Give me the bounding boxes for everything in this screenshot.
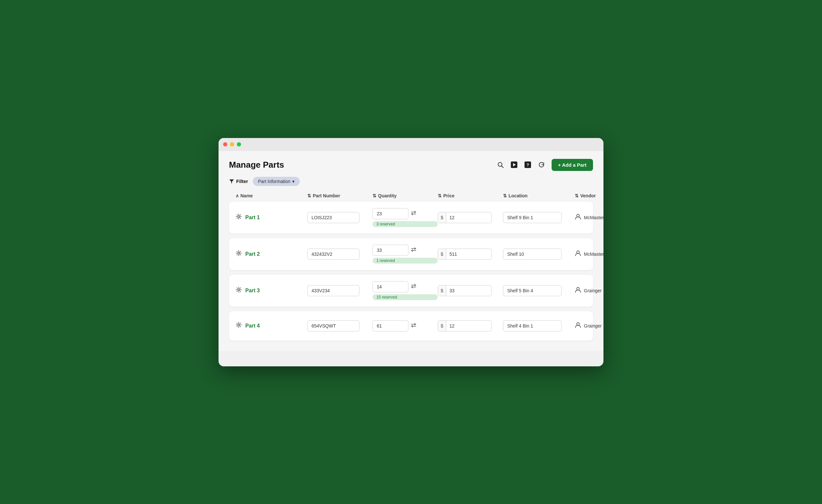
sort-icon: ⇅ [438, 193, 442, 198]
price-input[interactable] [446, 249, 482, 260]
svg-point-8 [577, 214, 579, 217]
part-name: Part 4 [245, 323, 260, 329]
part-number-input[interactable] [307, 320, 360, 332]
price-prefix: $ [438, 212, 446, 223]
col-name[interactable]: ∧ Name [236, 193, 307, 198]
quantity-cell: 1 reserved [373, 244, 438, 264]
vendor-cell: McMaster [575, 250, 603, 258]
refresh-icon[interactable] [536, 160, 546, 170]
price-prefix: $ [438, 249, 446, 260]
page-content: Manage Parts [219, 151, 603, 351]
close-button[interactable] [223, 142, 228, 146]
quantity-input[interactable] [373, 320, 408, 332]
svg-point-9 [238, 252, 240, 254]
price-input[interactable] [446, 321, 482, 331]
part-number-cell [307, 212, 373, 223]
maximize-button[interactable] [237, 142, 241, 146]
table-row: Part 3 15 reserved $ [229, 275, 593, 307]
sort-icon: ⇅ [307, 193, 311, 198]
part-name-cell: Part 4 [236, 322, 307, 330]
top-bar: Manage Parts [229, 159, 593, 171]
search-icon[interactable] [495, 160, 505, 170]
part-name: Part 2 [245, 251, 260, 257]
svg-point-11 [238, 289, 240, 291]
part-number-cell [307, 285, 373, 296]
sort-icon: ⇅ [503, 193, 507, 198]
svg-text:?: ? [526, 162, 529, 167]
qty-row [373, 281, 438, 292]
qty-row [373, 208, 438, 219]
qty-row [373, 244, 438, 256]
part-number-input[interactable] [307, 285, 360, 296]
location-input[interactable] [503, 212, 562, 223]
svg-point-7 [238, 215, 240, 217]
gear-icon[interactable] [236, 213, 242, 221]
col-quantity[interactable]: ⇅ Quantity [373, 193, 438, 198]
location-input[interactable] [503, 320, 562, 332]
part-name-cell: Part 1 [236, 213, 307, 221]
vendor-name: McMaster [584, 251, 603, 257]
titlebar [219, 138, 603, 151]
filter-bar: Filter Part Information ▾ [229, 177, 593, 186]
filter-badge[interactable]: Part Information ▾ [253, 177, 300, 186]
filter-label[interactable]: Filter [229, 178, 248, 184]
col-location[interactable]: ⇅ Location [503, 193, 575, 198]
price-input[interactable] [446, 212, 482, 223]
add-part-button[interactable]: + Add a Part [551, 159, 593, 171]
part-name-cell: Part 2 [236, 250, 307, 258]
location-input[interactable] [503, 248, 562, 260]
part-name: Part 1 [245, 215, 260, 220]
vendor-cell: Grainger [575, 322, 603, 330]
reserved-badge: 1 reserved [373, 258, 438, 264]
price-cell: $ [438, 285, 503, 296]
sort-icon: ⇅ [373, 193, 376, 198]
transfer-icon[interactable] [411, 323, 416, 329]
location-input[interactable] [503, 285, 562, 296]
col-vendor[interactable]: ⇅ Vendor [575, 193, 603, 198]
part-number-input[interactable] [307, 212, 360, 223]
quantity-input[interactable] [373, 244, 408, 256]
price-input[interactable] [446, 286, 482, 296]
part-number-cell [307, 320, 373, 332]
help-icon[interactable]: ? [523, 160, 533, 170]
svg-marker-6 [229, 179, 234, 183]
quantity-input[interactable] [373, 281, 408, 292]
quantity-input[interactable] [373, 208, 408, 219]
vendor-cell: McMaster [575, 213, 603, 221]
svg-point-10 [577, 251, 579, 254]
col-price[interactable]: ⇅ Price [438, 193, 503, 198]
gear-icon[interactable] [236, 250, 242, 258]
price-prefix: $ [438, 286, 446, 296]
table-row: Part 1 3 reserved $ [229, 201, 593, 233]
chevron-down-icon: ▾ [292, 179, 295, 184]
parts-list: Part 1 3 reserved $ [229, 201, 593, 341]
svg-point-13 [238, 324, 240, 326]
quantity-cell: 15 reserved [373, 281, 438, 300]
vendor-icon [575, 322, 581, 330]
quantity-cell [373, 320, 438, 332]
table-row: Part 2 1 reserved $ [229, 238, 593, 270]
gear-icon[interactable] [236, 287, 242, 295]
price-cell: $ [438, 248, 503, 260]
vendor-name: McMaster [584, 215, 603, 220]
price-input-wrap: $ [438, 320, 492, 332]
part-number-input[interactable] [307, 248, 360, 260]
sort-icon: ∧ [236, 193, 239, 198]
minimize-button[interactable] [230, 142, 234, 146]
col-part-number[interactable]: ⇅ Part Number [307, 193, 373, 198]
gear-icon[interactable] [236, 322, 242, 330]
transfer-icon[interactable] [411, 284, 416, 290]
location-cell [503, 212, 575, 223]
top-icons: ? [495, 160, 546, 170]
price-input-wrap: $ [438, 248, 492, 260]
vendor-cell: Grainger [575, 287, 603, 295]
filter-icon [229, 179, 234, 184]
transfer-icon[interactable] [411, 210, 416, 216]
location-cell [503, 285, 575, 296]
transfer-icon[interactable] [411, 247, 416, 253]
svg-line-1 [502, 166, 503, 168]
play-icon[interactable] [509, 160, 519, 170]
part-name-cell: Part 3 [236, 287, 307, 295]
price-prefix: $ [438, 321, 446, 331]
vendor-icon [575, 287, 581, 295]
